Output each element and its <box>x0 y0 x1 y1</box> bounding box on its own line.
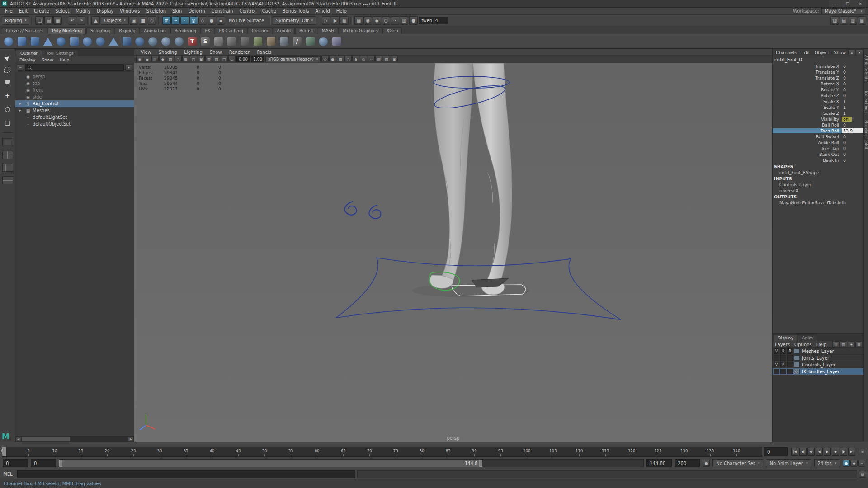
layer-row-meshes-layer[interactable]: VPRMeshes_Layer <box>773 348 863 355</box>
layer-color-swatch[interactable] <box>794 362 800 367</box>
lock-selection-icon[interactable]: ▪ <box>217 16 225 25</box>
lights-toggle-icon[interactable]: ○ <box>382 16 390 25</box>
shelf-soccer-ball-icon[interactable] <box>160 36 172 47</box>
menu-cache[interactable]: Cache <box>259 8 279 14</box>
make-live-icon[interactable]: ● <box>208 16 216 25</box>
script-editor-icon[interactable]: ▤ <box>859 471 866 478</box>
viewport-menu-show[interactable]: Show <box>206 50 226 55</box>
snap-to-projected-center-icon[interactable]: ◎ <box>189 16 198 25</box>
channel-value[interactable]: 0 <box>842 75 863 80</box>
shelf-superellipse-icon[interactable] <box>173 36 185 47</box>
vp-field-chart-icon[interactable]: ▨ <box>213 56 220 62</box>
layer-visibility-toggle[interactable]: V <box>774 362 779 367</box>
layer-display-type-toggle[interactable]: R <box>787 348 793 354</box>
add-layer-from-selected-icon[interactable]: ▦ <box>855 341 863 348</box>
channel-box-node-name[interactable]: cntrl_Foot_R <box>773 56 863 63</box>
scroll-right-icon[interactable]: ▶ <box>128 436 134 442</box>
channel-label[interactable]: Ball Swivel <box>773 134 842 139</box>
outliner-filter-icon[interactable]: ≡ <box>17 64 24 71</box>
channel-value[interactable]: 0 <box>842 122 863 127</box>
collapsed-panel-tab-modeling-toolkit[interactable]: Modeling Toolkit <box>864 120 868 149</box>
shelf-cube-icon[interactable] <box>16 36 28 47</box>
channel-label[interactable]: Toes Tap <box>773 146 842 151</box>
vp-lights-icon[interactable]: ○ <box>344 56 352 62</box>
channel-label[interactable]: Rotate Z <box>773 93 842 98</box>
layer-playback-toggle[interactable] <box>780 369 786 374</box>
paint-selection-tool[interactable] <box>3 77 13 86</box>
channel-speed-icon[interactable]: ▾ <box>856 49 863 56</box>
vp-multisample-icon[interactable]: ▦ <box>375 56 382 62</box>
workspace-selector[interactable]: Maya Classic* ▾ <box>821 8 865 14</box>
shelf-tab-bifrost[interactable]: Bifrost <box>295 27 317 34</box>
character-back-leg[interactable] <box>434 63 473 280</box>
shelf-tab-custom[interactable]: Custom <box>248 27 272 34</box>
menu-select[interactable]: Select <box>52 8 72 14</box>
layers-icon-1[interactable]: ▤ <box>832 341 840 348</box>
viewport-canvas[interactable]: Verts:3000500Edges:5984100Faces:2984500T… <box>134 63 772 442</box>
vp-camera-attributes-icon[interactable]: ▤ <box>151 56 159 62</box>
outliner-item-front[interactable]: ◉front <box>15 87 134 94</box>
outliner-menu-display[interactable]: Display <box>16 56 38 63</box>
channel-value[interactable]: 1 <box>842 105 863 110</box>
shelf-torus-icon[interactable] <box>55 36 67 47</box>
vp-film-gate-icon[interactable]: ▢ <box>190 56 197 62</box>
shelf-boolean-intersection-icon[interactable] <box>239 36 250 47</box>
menu-windows[interactable]: Windows <box>117 8 143 14</box>
channel-box-item-reverse0[interactable]: reverse0 <box>773 188 863 193</box>
layer-visibility-toggle[interactable]: V <box>774 348 779 354</box>
go-to-start-button[interactable]: |◀ <box>791 448 798 456</box>
channel-label[interactable]: Translate X <box>773 64 842 69</box>
channel-value[interactable]: 0 <box>842 158 863 163</box>
hud-toggle-icon[interactable]: ▥ <box>400 16 408 25</box>
menu-modify[interactable]: Modify <box>72 8 94 14</box>
select-by-component-icon[interactable]: ◇ <box>148 16 156 25</box>
exposure-field[interactable]: 0.00 <box>236 56 250 62</box>
menu-constrain[interactable]: Constrain <box>208 8 236 14</box>
channel-label[interactable]: Toes Roll <box>773 128 842 133</box>
menu-help[interactable]: Help <box>333 8 350 14</box>
move-tool[interactable]: + <box>3 91 13 100</box>
layer-row-controls-layer[interactable]: VPControls_Layer <box>773 361 863 368</box>
outliner-item-defaultlightset[interactable]: ∘defaultLightSet <box>15 114 134 121</box>
shelf-pyramid-icon[interactable] <box>108 36 119 47</box>
layer-row-ikhandles-layer[interactable]: IKHandles_Layer <box>773 368 863 375</box>
range-start-handle[interactable] <box>59 460 62 467</box>
shelf-sphere-icon[interactable] <box>3 36 14 47</box>
keying-options-icon[interactable]: ● <box>703 460 710 467</box>
scroll-thumb[interactable] <box>22 437 70 441</box>
channel-label[interactable]: Bank In <box>773 158 842 163</box>
curves-toggle-icon[interactable]: ~ <box>391 16 399 25</box>
channel-box-menu-edit[interactable]: Edit <box>799 50 812 55</box>
channel-value[interactable]: 0 <box>842 64 863 69</box>
symmetry-selector[interactable]: Symmetry: Off▾ <box>273 16 316 25</box>
shelf-disc-icon[interactable] <box>81 36 93 47</box>
snap-to-grid-icon[interactable]: # <box>162 16 171 25</box>
shelf-tab-sculpting[interactable]: Sculpting <box>86 27 114 34</box>
playback-end-field[interactable]: 144.80 <box>646 459 672 467</box>
outliner-item-defaultobjectset[interactable]: ∘defaultObjectSet <box>15 121 134 127</box>
outliner-menu-help[interactable]: Help <box>57 56 73 63</box>
statusline-divider[interactable] <box>269 17 271 24</box>
channel-value[interactable]: 0 <box>842 140 863 145</box>
channel-label[interactable]: Scale Z <box>773 111 842 116</box>
menuset-selector[interactable]: Rigging▾ <box>2 16 29 25</box>
collapsed-panel-tab-tool-settings[interactable]: Tool Settings <box>864 90 868 113</box>
layout-single-pane-button[interactable] <box>2 138 13 146</box>
statusline-divider[interactable] <box>31 17 33 24</box>
viewport-menu-shading[interactable]: Shading <box>155 50 181 55</box>
pole-vector-control-right[interactable] <box>369 205 381 219</box>
range-slider-bar[interactable]: 144.8 <box>59 460 482 467</box>
layer-row-joints-layer[interactable]: Joints_Layer <box>773 355 863 361</box>
select-tool[interactable] <box>3 53 13 62</box>
redo-icon[interactable]: ↷ <box>77 16 85 25</box>
menu-skeleton[interactable]: Skeleton <box>143 8 169 14</box>
shelf-boolean-union-icon[interactable] <box>212 36 224 47</box>
vp-textured-icon[interactable]: ▩ <box>337 56 344 62</box>
vp-wireframe-icon[interactable]: ◇ <box>321 56 329 62</box>
time-slider[interactable]: 0510152025303540455055606570758085909510… <box>2 447 762 457</box>
vp-grid-icon[interactable]: ▦ <box>182 56 189 62</box>
select-by-hierarchy-icon[interactable]: ▲ <box>91 16 100 25</box>
shelf-mirror-icon[interactable] <box>330 36 342 47</box>
manip-update-icon[interactable]: ▴ <box>848 49 855 56</box>
layer-menu-layers[interactable]: Layers <box>773 342 792 347</box>
